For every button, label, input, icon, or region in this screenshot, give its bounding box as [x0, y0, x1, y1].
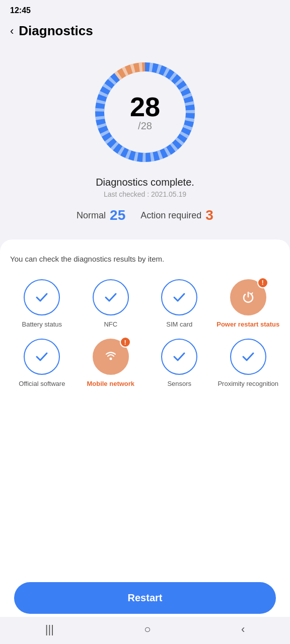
battery-label: Battery status — [22, 320, 62, 329]
items-grid: Battery status NFC SIM — [10, 279, 280, 389]
power-badge: ! — [257, 277, 268, 288]
sensors-circle — [161, 339, 197, 375]
battery-icon-wrap — [24, 279, 60, 315]
mobile-label: Mobile network — [87, 380, 134, 388]
item-nfc[interactable]: NFC — [79, 279, 143, 329]
donut-center: 28 /28 — [130, 93, 160, 132]
item-sim-card[interactable]: SIM card — [148, 279, 211, 329]
check-icon — [171, 289, 187, 305]
action-stat: Action required 3 — [140, 207, 213, 223]
mobile-badge: ! — [120, 337, 131, 348]
sensors-icon-wrap — [161, 339, 197, 375]
header: ‹ Diagnostics — [0, 17, 290, 47]
sensors-label: Sensors — [167, 380, 191, 388]
power-icon-wrap: ! — [230, 279, 266, 315]
check-icon — [34, 349, 50, 365]
software-circle — [24, 339, 60, 375]
item-proximity[interactable]: Proximity recognition — [216, 339, 280, 388]
stats-row: Normal 25 Action required 3 — [77, 207, 213, 223]
check-icon — [240, 349, 256, 365]
normal-count: 25 — [110, 207, 125, 223]
nfc-circle — [93, 279, 129, 315]
status-time: 12:45 — [10, 6, 31, 15]
items-intro: You can check the diagnostics results by… — [10, 254, 280, 265]
normal-stat: Normal 25 — [77, 207, 125, 223]
proximity-label: Proximity recognition — [218, 380, 278, 388]
home-button[interactable]: ○ — [144, 623, 151, 636]
chart-total: /28 — [130, 120, 160, 132]
page-title: Diagnostics — [19, 23, 93, 39]
chart-section: 28 /28 Diagnostics complete. Last checke… — [0, 47, 290, 232]
item-sensors[interactable]: Sensors — [148, 339, 211, 388]
back-button[interactable]: ‹ — [10, 25, 14, 38]
svg-point-5 — [109, 358, 112, 360]
nfc-label: NFC — [104, 320, 117, 329]
check-icon — [103, 289, 119, 305]
sim-icon-wrap — [161, 279, 197, 315]
item-mobile-network[interactable]: ! Mobile network — [79, 339, 143, 388]
mobile-icon-wrap: ! — [93, 339, 129, 375]
sim-label: SIM card — [166, 320, 192, 329]
normal-label: Normal — [77, 210, 106, 221]
recent-apps-button[interactable]: ||| — [45, 623, 54, 636]
software-icon-wrap — [24, 339, 60, 375]
software-label: Official software — [19, 380, 65, 388]
power-restart-icon — [240, 289, 256, 305]
battery-circle — [24, 279, 60, 315]
sim-circle — [161, 279, 197, 315]
bottom-nav: ||| ○ ‹ — [0, 617, 290, 644]
status-bar: 12:45 — [0, 0, 290, 17]
diagnostics-complete: Diagnostics complete. — [96, 177, 194, 188]
restart-button[interactable]: Restart — [14, 582, 276, 614]
item-official-software[interactable]: Official software — [10, 339, 74, 388]
power-label: Power restart status — [216, 320, 279, 329]
last-checked: Last checked : 2021.05.19 — [104, 190, 186, 198]
action-count: 3 — [205, 207, 213, 223]
restart-button-wrap: Restart — [14, 582, 276, 614]
action-label: Action required — [140, 210, 201, 221]
proximity-icon-wrap — [230, 339, 266, 375]
donut-chart: 28 /28 — [90, 57, 200, 168]
mobile-network-icon — [103, 349, 119, 365]
nfc-icon-wrap — [93, 279, 129, 315]
check-icon — [171, 349, 187, 365]
check-icon — [34, 289, 50, 305]
proximity-circle — [230, 339, 266, 375]
item-power-restart[interactable]: ! Power restart status — [216, 279, 280, 329]
chart-current: 28 — [130, 93, 160, 120]
nav-back-button[interactable]: ‹ — [241, 623, 245, 636]
item-battery-status[interactable]: Battery status — [10, 279, 74, 329]
